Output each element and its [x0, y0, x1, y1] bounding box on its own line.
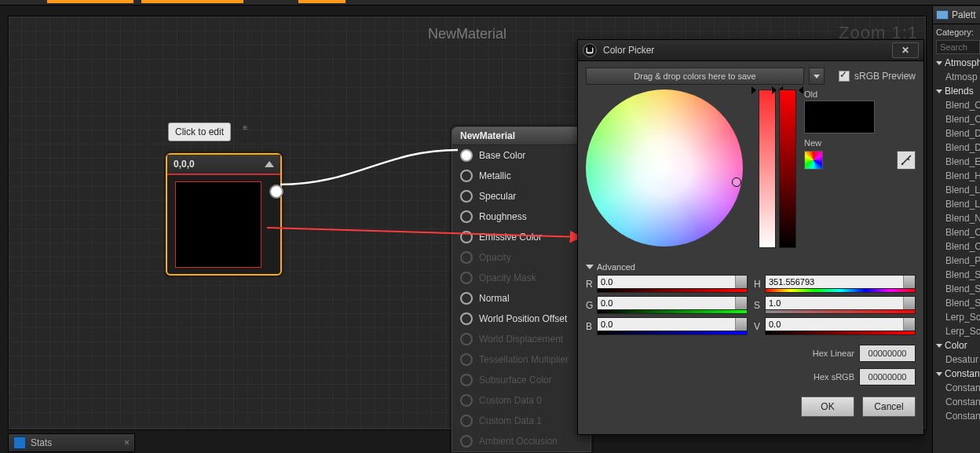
palette-item[interactable]: Blend_N	[934, 211, 980, 225]
close-button[interactable]: ✕	[892, 42, 919, 58]
input-pin	[460, 251, 473, 264]
spinner-icon[interactable]	[903, 276, 915, 288]
palette-item[interactable]: Blend_S	[934, 296, 980, 310]
color-drop-area[interactable]: Drag & drop colors here to save	[586, 68, 804, 85]
eyedropper-button[interactable]	[897, 151, 916, 170]
material-input-ambient-occlusion: Ambient Occlusion	[452, 431, 591, 451]
input-pin	[460, 353, 473, 366]
palette-item[interactable]: Blend_E	[934, 155, 980, 169]
input-label: Emissive Color	[479, 232, 542, 243]
srgb-preview-label: sRGB Preview	[854, 71, 916, 82]
channel-v-input[interactable]	[765, 317, 916, 331]
close-icon[interactable]: ×	[124, 437, 130, 448]
palette-item[interactable]: Desatur	[934, 353, 980, 367]
spinner-icon[interactable]	[735, 276, 747, 288]
color-swatch[interactable]	[175, 181, 261, 268]
input-label: Ambient Occlusion	[479, 436, 558, 447]
material-input-base-color[interactable]: Base Color	[452, 145, 591, 166]
color-wheel[interactable]	[586, 90, 743, 247]
node-tooltip: Click to edit ≡	[168, 122, 231, 141]
palette-item[interactable]: Blend_H	[934, 169, 980, 183]
color-wheel-cursor[interactable]	[732, 177, 741, 187]
palette-item[interactable]: Blend_C	[934, 112, 980, 126]
palette-category[interactable]: Color	[934, 338, 980, 353]
palette-item[interactable]: Lerp_Sc	[934, 310, 980, 324]
collapse-icon[interactable]	[265, 161, 274, 167]
svg-point-1	[583, 44, 597, 57]
saved-colors-dropdown[interactable]	[809, 68, 825, 85]
input-label: Base Color	[479, 150, 525, 161]
palette-item[interactable]: Constan	[934, 409, 980, 423]
channel-s-input[interactable]	[765, 296, 916, 310]
ok-button[interactable]: OK	[801, 396, 854, 417]
material-input-opacity: Opacity	[452, 247, 591, 268]
stats-tab[interactable]: Stats ×	[8, 433, 135, 452]
input-pin[interactable]	[460, 170, 473, 182]
svg-point-2	[901, 163, 903, 165]
material-input-world-position-offset[interactable]: World Position Offset	[452, 309, 591, 329]
palette-item[interactable]: Atmosp	[934, 70, 980, 84]
saturation-slider[interactable]	[759, 90, 776, 248]
palette-item[interactable]: Constan	[934, 381, 980, 395]
palette-item[interactable]: Blend_S	[934, 268, 980, 282]
color-picker-titlebar[interactable]: Color Picker ✕	[578, 40, 923, 61]
material-input-tessellation-multiplier: Tessellation Multiplier	[452, 349, 591, 370]
spinner-icon[interactable]	[735, 297, 747, 309]
input-pin[interactable]	[460, 312, 473, 325]
output-pin[interactable]	[269, 184, 283, 199]
palette-item[interactable]: Blend_S	[934, 282, 980, 296]
palette-item[interactable]: Constan	[934, 395, 980, 409]
palette-item[interactable]: Blend_C	[934, 239, 980, 254]
srgb-preview-checkbox[interactable]	[839, 71, 850, 82]
advanced-label: Advanced	[597, 262, 635, 272]
channel-r-input[interactable]	[597, 275, 748, 289]
input-pin[interactable]	[460, 149, 473, 162]
channel-g-input[interactable]	[597, 296, 748, 310]
material-input-opacity-mask: Opacity Mask	[452, 268, 591, 288]
old-color-preview	[804, 100, 875, 133]
palette-search-input[interactable]	[936, 40, 980, 54]
palette-item[interactable]: Blend_L	[934, 197, 980, 211]
palette-item[interactable]: Blend_P	[934, 254, 980, 268]
material-output-node[interactable]: NewMaterial Base ColorMetallicSpecularRo…	[452, 126, 591, 452]
input-pin[interactable]	[460, 292, 473, 305]
input-label: Normal	[479, 293, 510, 304]
palette-category[interactable]: Constan	[934, 367, 980, 381]
palette-header[interactable]: Palett	[933, 6, 980, 24]
stats-icon	[13, 437, 26, 449]
hex-linear-input[interactable]	[859, 345, 916, 362]
color-themes-button[interactable]	[804, 151, 823, 170]
palette-category[interactable]: Atmosph	[934, 56, 980, 70]
cancel-button[interactable]: Cancel	[862, 396, 916, 417]
color-picker-window[interactable]: Color Picker ✕ Drag & drop colors here t…	[577, 39, 924, 435]
input-pin	[460, 333, 473, 345]
material-input-emissive-color[interactable]: Emissive Color	[452, 227, 591, 247]
input-pin[interactable]	[460, 231, 473, 243]
input-label: World Position Offset	[479, 313, 567, 324]
material-input-normal[interactable]: Normal	[452, 288, 591, 309]
palette-item[interactable]: Blend_C	[934, 98, 980, 112]
material-input-specular[interactable]: Specular	[452, 186, 591, 206]
palette-panel[interactable]: Palett Category: AtmosphAtmospBlendsBlen…	[932, 6, 980, 453]
channel-h-input[interactable]	[765, 275, 916, 289]
const-node-value: 0,0,0	[174, 159, 195, 170]
input-label: Specular	[479, 191, 516, 202]
material-input-roughness[interactable]: Roughness	[452, 206, 591, 227]
spinner-icon[interactable]	[903, 318, 915, 331]
palette-item[interactable]: Blend_L	[934, 183, 980, 197]
channel-b-input[interactable]	[597, 317, 748, 331]
advanced-expander-icon[interactable]	[586, 265, 594, 269]
palette-category[interactable]: Blends	[934, 84, 980, 98]
input-pin[interactable]	[460, 210, 473, 223]
spinner-icon[interactable]	[903, 297, 915, 309]
hex-srgb-input[interactable]	[859, 368, 916, 385]
spinner-icon[interactable]	[735, 318, 747, 331]
constant-vector-node[interactable]: 0,0,0	[166, 153, 282, 276]
palette-item[interactable]: Lerp_Sc	[934, 324, 980, 338]
input-pin[interactable]	[460, 190, 473, 203]
material-input-metallic[interactable]: Metallic	[452, 166, 591, 186]
palette-item[interactable]: Blend_D	[934, 141, 980, 155]
value-slider[interactable]	[779, 90, 796, 248]
palette-item[interactable]: Blend_C	[934, 225, 980, 239]
palette-item[interactable]: Blend_D	[934, 126, 980, 141]
